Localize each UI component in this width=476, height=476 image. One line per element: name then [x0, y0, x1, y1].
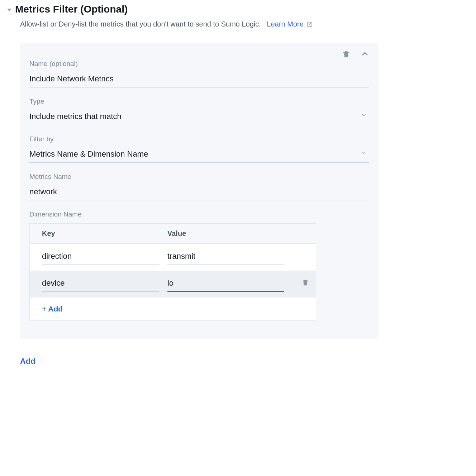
section-description: Allow-list or Deny-list the metrics that…	[20, 20, 465, 28]
metrics-name-input[interactable]	[29, 186, 369, 200]
filter-card: Name (optional) Type Include metrics tha…	[20, 43, 379, 339]
dimension-name-label: Dimension Name	[29, 210, 369, 218]
section-title: Metrics Filter (Optional)	[15, 4, 128, 15]
dimension-value-input[interactable]	[167, 276, 284, 292]
dimension-name-field: Dimension Name Key Value + Add	[29, 210, 369, 321]
dimension-value-input[interactable]	[167, 249, 284, 265]
card-actions	[342, 50, 369, 58]
collapse-filter-button[interactable]	[361, 50, 369, 58]
name-field-label: Name (optional)	[29, 60, 369, 68]
type-field-label: Type	[29, 97, 369, 105]
col-key-header: Key	[42, 229, 167, 238]
metrics-name-field-label: Metrics Name	[29, 173, 369, 181]
delete-row-button[interactable]	[301, 279, 309, 288]
filter-by-select[interactable]: Metrics Name & Dimension Name	[29, 148, 369, 163]
dimension-table: Key Value + Add	[29, 223, 316, 321]
metrics-name-field: Metrics Name	[29, 173, 369, 200]
type-field: Type Include metrics that match	[29, 97, 369, 125]
dimension-key-input[interactable]	[42, 249, 159, 265]
dimension-row	[30, 244, 316, 271]
filter-by-field: Filter by Metrics Name & Dimension Name	[29, 135, 369, 163]
col-value-header: Value	[167, 229, 304, 238]
name-input[interactable]	[29, 73, 369, 87]
delete-filter-button[interactable]	[342, 50, 351, 58]
type-select[interactable]: Include metrics that match	[29, 110, 369, 125]
learn-more-link[interactable]: Learn More	[267, 20, 313, 28]
add-dimension-button[interactable]: + Add	[30, 298, 316, 320]
dimension-row	[30, 271, 316, 298]
add-filter-button[interactable]: Add	[20, 357, 35, 366]
name-field: Name (optional)	[29, 60, 369, 87]
external-link-icon	[306, 21, 313, 28]
dimension-table-header: Key Value	[30, 224, 316, 244]
learn-more-text: Learn More	[267, 20, 304, 28]
filter-by-field-label: Filter by	[29, 135, 369, 143]
caret-down-icon	[7, 9, 11, 11]
section-header[interactable]: Metrics Filter (Optional)	[7, 4, 465, 15]
dimension-key-input[interactable]	[42, 276, 159, 292]
section-description-text: Allow-list or Deny-list the metrics that…	[20, 20, 261, 28]
